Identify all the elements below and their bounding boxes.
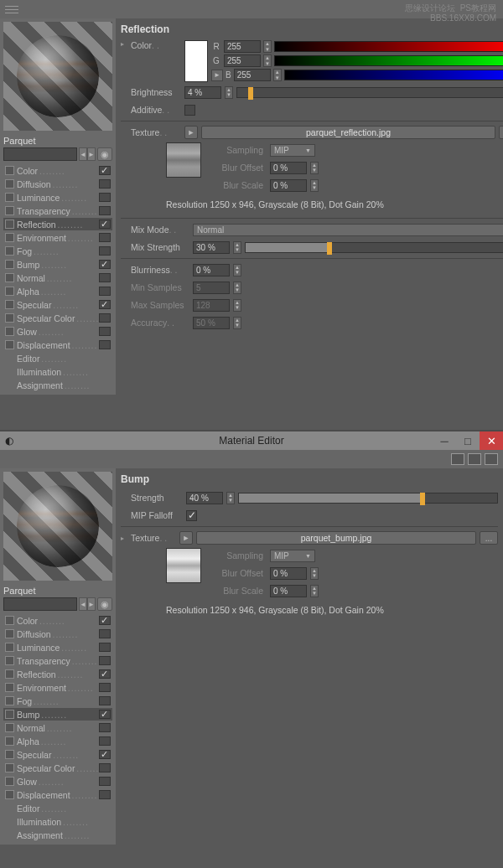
b-slider[interactable] [284,70,503,80]
channel-toggle[interactable] [99,777,111,786]
g-input[interactable]: 255 [224,54,261,67]
b-input[interactable]: 255 [234,69,271,81]
channel-glow[interactable]: Glow [3,775,112,788]
material-name-input[interactable] [3,147,77,161]
channel-transparency[interactable]: Transparency [3,204,112,217]
maximize-button[interactable]: □ [456,431,480,450]
brightness-spinner[interactable]: ▲▼ [225,86,233,99]
texture-browse-button[interactable]: ... [499,126,503,139]
texture-browse-button[interactable]: ... [480,531,498,545]
next-material-button[interactable]: ► [87,147,96,161]
blur-scale-input[interactable]: 0 % [270,585,307,597]
channel-toggle[interactable] [99,327,111,336]
channel-displacement[interactable]: Displacement [3,788,112,801]
mix-strength-input[interactable]: 30 % [193,241,230,254]
channel-illumination[interactable]: Illumination [3,815,112,828]
channel-normal[interactable]: Normal [3,271,112,284]
channel-bump[interactable]: Bump [3,708,112,721]
channel-toggle[interactable] [99,220,111,229]
sampling-dropdown[interactable]: MIP▼ [270,550,315,562]
channel-toggle[interactable] [99,246,111,256]
channel-toggle[interactable] [99,629,111,638]
g-slider[interactable] [274,55,503,66]
blurriness-input[interactable]: 0 % [193,264,230,276]
brightness-slider[interactable] [236,87,503,98]
channel-editor[interactable]: Editor [3,802,112,814]
channel-environment[interactable]: Environment [3,681,112,694]
channel-toggle[interactable] [99,750,111,759]
channel-toggle[interactable] [99,643,111,652]
texture-thumbnail[interactable] [166,548,201,583]
channel-color[interactable]: Color [3,164,112,177]
texture-file-field[interactable]: parquet_bump.jpg [196,531,476,545]
channel-toggle[interactable] [99,616,111,625]
material-preview[interactable] [3,472,112,581]
channel-toggle[interactable] [99,736,111,746]
picker-icon[interactable]: ◉ [97,597,112,611]
g-spinner[interactable]: ▲▼ [263,54,272,67]
channel-diffusion[interactable]: Diffusion [3,178,112,190]
channel-toggle[interactable] [99,683,111,692]
material-preview[interactable] [3,22,112,131]
navigate-left-icon[interactable] [468,453,481,465]
channel-displacement[interactable]: Displacement [3,338,112,351]
channel-luminance[interactable]: Luminance [3,641,112,654]
channel-toggle[interactable] [99,723,111,732]
channel-diffusion[interactable]: Diffusion [3,628,112,640]
channel-toggle[interactable] [99,300,111,309]
channel-transparency[interactable]: Transparency [3,654,112,667]
r-slider[interactable] [274,41,503,52]
expand-icon[interactable]: ▸ [121,40,127,48]
blur-offset-input[interactable]: 0 % [270,162,307,174]
prev-material-button[interactable]: ◄ [79,147,87,161]
channel-fog[interactable]: Fog [3,245,112,257]
material-name-input[interactable] [3,597,77,611]
channel-assignment[interactable]: Assignment [3,829,112,841]
channel-normal[interactable]: Normal [3,721,112,734]
prev-material-button[interactable]: ◄ [79,597,87,611]
channel-specular[interactable]: Specular [3,748,112,761]
channel-toggle[interactable] [99,669,111,679]
channel-toggle[interactable] [99,166,111,175]
mix-mode-dropdown[interactable]: Normal▼ [193,224,503,236]
channel-toggle[interactable] [99,710,111,719]
channel-toggle[interactable] [99,273,111,282]
channel-toggle[interactable] [99,696,111,705]
strength-input[interactable]: 40 % [186,492,223,504]
brightness-input[interactable]: 4 % [184,86,221,99]
r-input[interactable]: 255 [224,40,261,53]
channel-toggle[interactable] [99,233,111,242]
channel-specular-color[interactable]: Specular Color [3,762,112,774]
texture-thumbnail[interactable] [166,142,201,178]
sampling-dropdown[interactable]: MIP▼ [270,144,315,157]
window-titlebar[interactable]: ◐ Material Editor ─ □ ✕ [0,431,503,450]
channel-toggle[interactable] [99,340,111,349]
channel-toggle[interactable] [99,313,111,323]
channel-toggle[interactable] [99,656,111,665]
b-spinner[interactable]: ▲▼ [273,69,282,81]
channel-toggle[interactable] [99,790,111,799]
channel-specular[interactable]: Specular [3,298,112,311]
channel-fog[interactable]: Fog [3,695,112,707]
minimize-button[interactable]: ─ [433,431,456,450]
channel-glow[interactable]: Glow [3,325,112,338]
channel-alpha[interactable]: Alpha [3,735,112,747]
navigate-right-icon[interactable] [485,453,498,465]
channel-environment[interactable]: Environment [3,231,112,244]
channel-specular-color[interactable]: Specular Color [3,312,112,324]
channel-toggle[interactable] [99,206,111,215]
additive-checkbox[interactable] [184,105,195,116]
texture-menu-button[interactable]: ► [179,531,193,545]
r-spinner[interactable]: ▲▼ [263,40,272,53]
channel-assignment[interactable]: Assignment [3,379,112,391]
color-mode-button[interactable]: ► [211,70,223,81]
channel-editor[interactable]: Editor [3,352,112,364]
channel-color[interactable]: Color [3,614,112,627]
channel-toggle[interactable] [99,179,111,189]
channel-toggle[interactable] [99,287,111,296]
channel-reflection[interactable]: Reflection [3,218,112,230]
texture-file-field[interactable]: parquet_reflection.jpg [201,126,495,139]
channel-toggle[interactable] [99,260,111,269]
channel-toggle[interactable] [99,763,111,772]
close-button[interactable]: ✕ [480,431,503,450]
